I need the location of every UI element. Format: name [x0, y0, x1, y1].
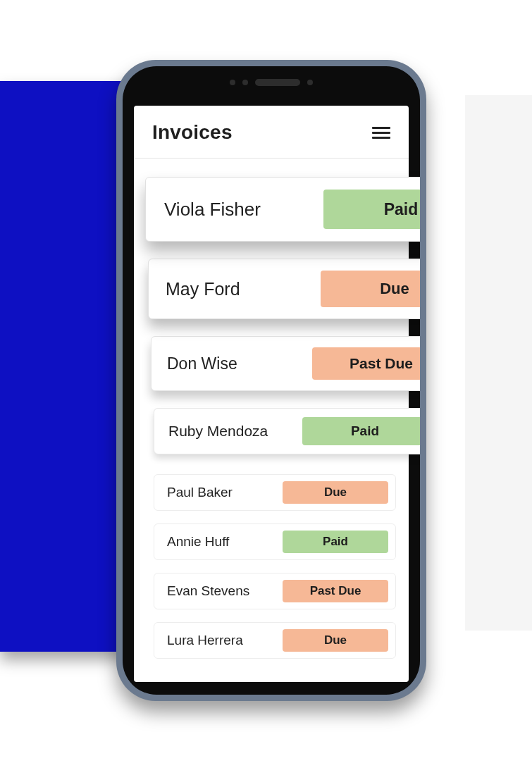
invoice-card[interactable]: Paul BakerDue — [154, 474, 396, 511]
invoice-card[interactable]: Viola FisherPaid — [145, 177, 420, 242]
invoice-name: Annie Huff — [167, 534, 229, 550]
sensor-dot-icon — [307, 80, 313, 85]
invoice-card[interactable]: May FordDue — [148, 259, 420, 319]
sensor-dot-icon — [230, 80, 235, 85]
phone-frame: Invoices Viola FisherPaidMay FordDueDon … — [123, 66, 420, 695]
invoice-card[interactable]: Ruby MendozaPaid — [154, 408, 420, 454]
background-stripe — [465, 95, 532, 631]
invoice-name: Paul Baker — [167, 485, 233, 500]
invoice-card[interactable]: Don WisePast Due — [151, 336, 420, 391]
app-header: Invoices — [134, 106, 409, 159]
invoice-name: Lura Herrera — [167, 633, 243, 648]
invoice-name: Viola Fisher — [164, 199, 261, 221]
status-badge: Past Due — [312, 347, 420, 380]
phone-sensor-bar — [230, 79, 313, 86]
sensor-dot-icon — [242, 80, 248, 85]
status-badge: Due — [283, 629, 388, 652]
invoice-card[interactable]: Lura HerreraDue — [154, 622, 396, 659]
page-title: Invoices — [152, 121, 233, 144]
invoice-card[interactable]: Annie HuffPaid — [154, 523, 396, 560]
phone-outer-shell: Invoices Viola FisherPaidMay FordDueDon … — [116, 60, 426, 701]
speaker-grille-icon — [255, 79, 300, 86]
status-badge: Paid — [283, 531, 388, 553]
status-badge: Past Due — [283, 580, 388, 602]
invoice-name: Evan Stevens — [167, 583, 249, 599]
status-badge: Due — [321, 271, 420, 307]
app-screen: Invoices Viola FisherPaidMay FordDueDon … — [134, 106, 409, 682]
status-badge: Paid — [323, 190, 420, 229]
hamburger-menu-icon[interactable] — [372, 127, 390, 139]
invoice-name: Ruby Mendoza — [168, 423, 268, 440]
invoice-name: Don Wise — [167, 354, 237, 373]
status-badge: Due — [283, 481, 388, 504]
invoice-card[interactable]: Evan StevensPast Due — [154, 573, 396, 609]
invoice-name: May Ford — [166, 279, 240, 299]
phone-mockup: Invoices Viola FisherPaidMay FordDueDon … — [116, 60, 426, 701]
invoice-list: Viola FisherPaidMay FordDueDon WisePast … — [134, 159, 409, 659]
status-badge: Paid — [302, 417, 420, 445]
